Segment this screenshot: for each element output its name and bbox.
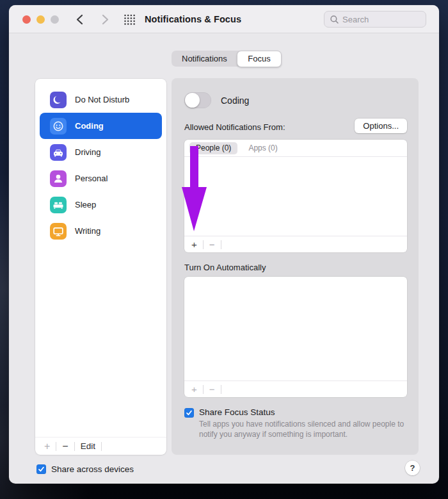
add-focus-button[interactable]: + [44,441,50,452]
sidebar-item-do-not-disturb[interactable]: Do Not Disturb [40,86,162,113]
allowed-panel-toolbar: + − [184,236,407,252]
focus-sidebar: Do Not Disturb Coding [35,79,166,455]
close-window-button[interactable] [22,15,31,24]
smiley-icon [50,118,67,135]
focus-list: Do Not Disturb Coding [40,86,162,244]
window-title: Notifications & Focus [145,5,241,33]
people-apps-segments: People (0) Apps (0) [184,140,407,157]
search-input[interactable] [342,15,413,24]
add-automation-button[interactable]: + [191,384,197,394]
options-button-label: Options... [363,121,399,131]
question-mark-icon: ? [410,463,415,473]
forward-button[interactable] [99,13,111,26]
toolbar-divider [203,385,204,394]
toolbar-divider [221,385,221,394]
share-focus-status-description: Tell apps you have notifications silence… [199,420,406,439]
remove-person-button[interactable]: − [209,240,215,249]
back-button[interactable] [73,13,86,26]
allowed-people-empty-list[interactable] [184,157,407,231]
focus-toggle-row: Coding [184,92,249,108]
bed-icon [50,197,67,213]
sidebar-toolbar: + − Edit [35,437,166,455]
sidebar-item-label: Coding [75,121,104,131]
remove-focus-button[interactable]: − [62,441,68,452]
toggle-knob [185,93,200,108]
traffic-lights [22,15,59,24]
sidebar-item-label: Personal [75,174,108,183]
sidebar-item-label: Sleep [75,200,96,209]
checkmark-icon [38,466,45,473]
chevron-right-icon [101,14,109,25]
share-focus-status-row: Share Focus Status Tell apps you have no… [184,407,406,439]
add-person-button[interactable]: + [191,240,197,249]
help-button[interactable]: ? [405,461,420,475]
tab-notifications-label: Notifications [182,54,227,63]
toolbar-divider [101,442,102,451]
toolbar-divider [74,442,75,451]
sidebar-item-label: Do Not Disturb [75,95,129,104]
search-field[interactable] [324,11,426,28]
options-button[interactable]: Options... [355,119,407,133]
display-icon [50,223,67,240]
share-focus-status-checkbox[interactable] [184,408,194,418]
sidebar-item-sleep[interactable]: Sleep [40,192,162,218]
tab-focus[interactable]: Focus [237,51,281,67]
share-across-devices-label: Share across devices [51,464,134,474]
turn-on-automatically-label: Turn On Automatically [184,263,266,272]
moon-icon [50,92,67,108]
sidebar-item-personal[interactable]: Personal [40,165,162,192]
share-focus-status-text: Share Focus Status Tell apps you have no… [199,407,406,439]
person-icon [50,170,67,187]
show-all-preferences-button[interactable] [124,13,136,26]
share-across-devices-row: Share across devices [36,464,134,474]
titlebar: Notifications & Focus [9,5,439,33]
checkmark-icon [186,409,193,416]
search-icon [330,15,339,24]
grid-icon [124,13,136,26]
toolbar-divider [221,240,221,249]
automation-panel-toolbar: + − [184,380,407,397]
tab-notifications[interactable]: Notifications [172,51,237,67]
toolbar-divider [56,442,56,451]
chevron-left-icon [76,14,84,25]
allowed-notifications-panel: People (0) Apps (0) + − [184,140,407,252]
view-tabs: Notifications Focus [172,51,281,67]
allowed-notifications-label: Allowed Notifications From: [184,122,285,132]
sidebar-item-driving[interactable]: Driving [40,139,162,165]
sidebar-item-writing[interactable]: Writing [40,218,162,244]
share-across-devices-checkbox[interactable] [36,464,46,474]
focus-toggle[interactable] [184,92,211,108]
remove-automation-button[interactable]: − [209,384,215,394]
focus-detail-panel: Coding Allowed Notifications From: Optio… [172,78,419,455]
focus-toggle-label: Coding [221,95,249,106]
toolbar-divider [203,240,204,249]
car-icon [50,144,67,161]
sidebar-item-coding[interactable]: Coding [40,113,162,139]
automation-empty-list[interactable] [184,277,407,380]
segment-people[interactable]: People (0) [189,142,237,154]
segment-apps[interactable]: Apps (0) [248,143,277,152]
sidebar-item-label: Driving [75,147,100,157]
sidebar-item-label: Writing [75,226,100,236]
tab-focus-label: Focus [248,54,270,63]
edit-focus-button[interactable]: Edit [81,441,95,451]
desktop-background: Notifications & Focus Notifications Focu… [0,0,448,499]
zoom-window-button[interactable] [51,15,59,24]
share-focus-status-label: Share Focus Status [199,407,406,417]
turn-on-automatically-panel: + − [184,277,407,397]
minimize-window-button[interactable] [36,15,45,24]
